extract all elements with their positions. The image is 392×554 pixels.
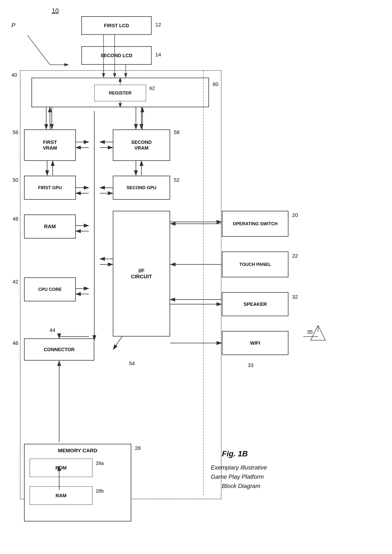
diagram: 10 P 40 FIRST LCD 12 SECOND LCD 14 LCD C… xyxy=(0,0,392,554)
svg-line-49 xyxy=(113,337,122,350)
diagram-svg xyxy=(0,0,392,554)
svg-line-6 xyxy=(27,35,50,65)
